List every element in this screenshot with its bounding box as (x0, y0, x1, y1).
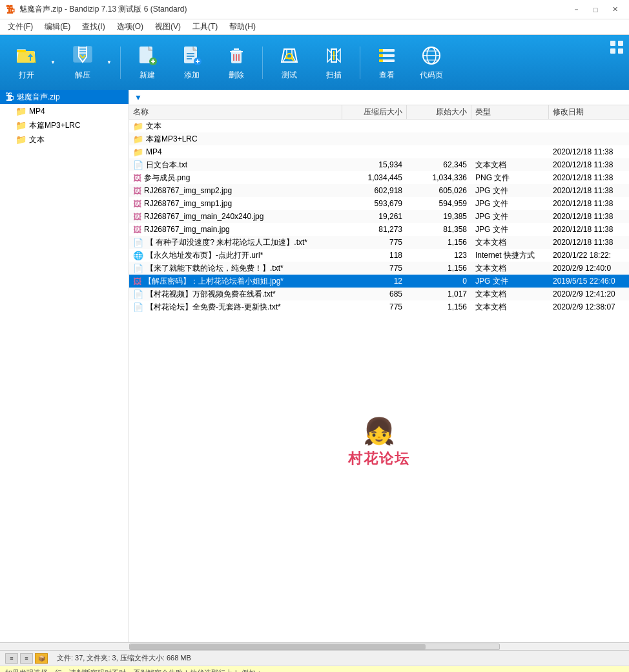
extract-label: 解压 (75, 70, 90, 81)
file-row[interactable]: 🖼 RJ268767_img_main_240x240.jpg 19,261 1… (129, 210, 629, 223)
file-row[interactable]: 📄 【村花论坛】全免费-无套路-更新快.txt* 775 1,156 文本文档 … (129, 300, 629, 313)
menu-edit[interactable]: 编辑(E) (39, 20, 76, 34)
file-row[interactable]: 📁 本篇MP3+LRC (129, 132, 629, 145)
main-layout: 🗜 魅魔音声.zip 📁 MP4 📁 本篇MP3+LRC 📁 文本 ▼ 名称 (0, 90, 629, 642)
sidebar-folder-text-label: 文本 (29, 134, 45, 145)
delete-button[interactable]: 删除 (215, 39, 257, 86)
code-icon (420, 44, 443, 67)
file-list[interactable]: 📁 文本 📁 本篇MP3+LRC 📁 MP4 2020/12/18 11:38 … (129, 120, 629, 642)
file-name: 📄 日文台本.txt (129, 158, 342, 171)
test-button[interactable]: 测试 (268, 39, 310, 86)
extract-icon (71, 44, 94, 67)
extract-button[interactable]: 解压 (61, 39, 103, 86)
file-type: PNG 文件 (471, 171, 549, 184)
file-type: JPG 文件 (471, 197, 549, 210)
file-row[interactable]: 📄 日文台本.txt 15,934 62,345 文本文档 2020/12/18… (129, 158, 629, 171)
sidebar-folder-mp3lrc[interactable]: 📁 本篇MP3+LRC (0, 118, 129, 132)
scrollbar-thumb[interactable] (130, 644, 426, 649)
scrollbar-track (129, 644, 500, 650)
status-icon-list2[interactable]: ≡ (20, 653, 33, 664)
view-button[interactable]: 查看 (366, 39, 407, 86)
svg-rect-16 (379, 49, 383, 52)
file-compressed: 1,034,445 (342, 171, 407, 184)
sidebar-folder-mp4-label: MP4 (29, 107, 45, 116)
file-name-text: RJ268767_img_smp1.jpg (144, 199, 232, 208)
menu-find[interactable]: 查找(I) (77, 20, 110, 34)
maximize-button[interactable]: □ (586, 3, 604, 17)
folder-icon-text: 📁 (15, 134, 26, 145)
file-date: 2020/12/18 11:38 (549, 223, 629, 236)
extract-dropdown[interactable]: ▼ (103, 39, 115, 86)
file-compressed: 775 (342, 300, 407, 313)
scan-button[interactable]: 扫描 (313, 39, 355, 86)
file-row[interactable]: 🖼 RJ268767_img_smp1.jpg 593,679 594,959 … (129, 197, 629, 210)
file-type (471, 132, 549, 145)
col-header-original[interactable]: 原始大小 (407, 105, 471, 119)
svg-rect-21 (610, 41, 615, 46)
svg-rect-23 (610, 48, 615, 54)
col-header-date[interactable]: 修改日期 (549, 105, 629, 119)
file-row[interactable]: 🖼 RJ268767_img_smp2.jpg 602,918 605,026 … (129, 184, 629, 197)
add-label: 添加 (184, 70, 200, 81)
file-name-text: MP4 (146, 147, 162, 156)
file-row[interactable]: 🖼 【解压密码】：上村花论坛着小姐姐.jpg* 12 0 JPG 文件 2019… (129, 275, 629, 288)
file-row[interactable]: 📁 MP4 2020/12/18 11:38 (129, 145, 629, 158)
file-type: JPG 文件 (471, 275, 549, 288)
close-button[interactable]: ✕ (606, 3, 624, 17)
new-label: 新建 (139, 70, 155, 81)
grid-view-button[interactable] (610, 40, 624, 58)
file-type-icon: 🖼 (133, 225, 141, 235)
file-row[interactable]: 🖼 参与成员.png 1,034,445 1,034,336 PNG 文件 20… (129, 171, 629, 184)
file-name: 📄 【村花论坛】全免费-无套路-更新快.txt* (129, 300, 342, 313)
menu-help[interactable]: 帮助(H) (224, 20, 261, 34)
file-name: 📁 本篇MP3+LRC (129, 132, 342, 145)
status-icon-list1[interactable]: ≡ (5, 653, 18, 664)
menu-file[interactable]: 文件(F) (3, 20, 38, 34)
status-icon-yellow[interactable]: 📦 (35, 653, 48, 664)
add-button[interactable]: 添加 (170, 39, 212, 86)
code-button[interactable]: 代码页 (410, 39, 452, 86)
file-row[interactable]: 🌐 【永久地址发布页】-点此打开.url* 118 123 Internet 快… (129, 249, 629, 262)
file-date: 2020/12/18 11:38 (549, 210, 629, 223)
menu-options[interactable]: 选项(O) (112, 20, 149, 34)
file-row[interactable]: 📄 【村花视频】万部视频免费在线看.txt* 685 1,017 文本文档 20… (129, 288, 629, 300)
file-compressed: 775 (342, 236, 407, 249)
file-date (549, 120, 629, 132)
scan-label: 扫描 (326, 70, 342, 81)
file-name-text: RJ268767_img_smp2.jpg (144, 186, 232, 195)
sidebar-folder-mp4[interactable]: 📁 MP4 (0, 104, 129, 118)
file-original (407, 132, 471, 145)
file-name-text: 【来了就能下载的论坛，纯免费！】.txt* (146, 263, 284, 274)
file-row[interactable]: 📄 【 有种子却没速度? 来村花论坛人工加速】.txt* 775 1,156 文… (129, 236, 629, 249)
file-row[interactable]: 📄 【来了就能下载的论坛，纯免费！】.txt* 775 1,156 文本文档 2… (129, 262, 629, 275)
menu-view[interactable]: 视图(V) (150, 20, 186, 34)
file-row[interactable]: 🖼 RJ268767_img_main.jpg 81,273 81,358 JP… (129, 223, 629, 236)
file-type: JPG 文件 (471, 184, 549, 197)
file-type (471, 120, 549, 132)
h-scrollbar[interactable] (0, 642, 629, 650)
sidebar-archive-root[interactable]: 🗜 魅魔音声.zip (0, 90, 129, 104)
file-original: 19,385 (407, 210, 471, 223)
sidebar-folder-text[interactable]: 📁 文本 (0, 132, 129, 147)
file-compressed (342, 145, 407, 158)
title-bar: 🗜 魅魔音声.zip - Bandizip 7.13 测试版 6 (Standa… (0, 0, 629, 19)
file-type (471, 145, 549, 158)
watermark-text: 村花论坛 (348, 449, 410, 468)
open-button[interactable]: 打开 (5, 39, 47, 86)
archive-icon: 🗜 (5, 92, 14, 102)
col-header-name[interactable]: 名称 (129, 105, 342, 119)
add-icon (180, 44, 203, 67)
view-label: 查看 (379, 70, 395, 81)
new-button[interactable]: 新建 (126, 39, 168, 86)
status-icons: ≡ ≡ 📦 (5, 653, 48, 664)
file-name: 🖼 RJ268767_img_main_240x240.jpg (129, 210, 342, 223)
col-header-compressed[interactable]: 压缩后大小 (342, 105, 407, 119)
file-row[interactable]: 📁 文本 (129, 120, 629, 132)
open-dropdown[interactable]: ▼ (47, 39, 59, 86)
col-header-type[interactable]: 类型 (471, 105, 549, 119)
code-label: 代码页 (420, 70, 443, 81)
minimize-button[interactable]: － (567, 3, 585, 17)
file-type-icon: 🖼 (133, 277, 141, 286)
menu-tools[interactable]: 工具(T) (187, 20, 223, 34)
file-type-icon: 🌐 (133, 251, 143, 260)
